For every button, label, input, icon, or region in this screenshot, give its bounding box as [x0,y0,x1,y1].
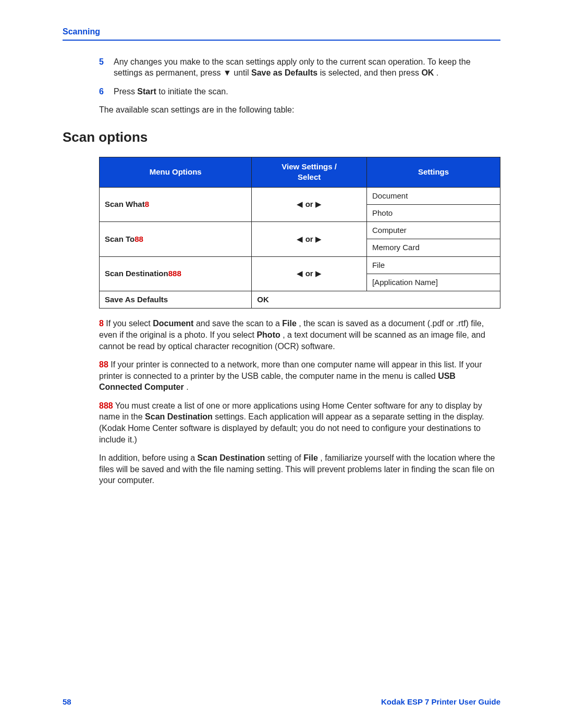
document-page: Scanning 5 Any changes you make to the s… [0,0,563,728]
cell-nav-arrows: ◀ or ▶ [252,222,367,257]
text: If your printer is connected to a networ… [99,360,482,380]
left-arrow-icon: ◀ [297,269,303,278]
right-arrow-icon: ▶ [315,235,322,243]
cell-nav-arrows: ◀ or ▶ [252,256,367,291]
or-label: or [305,200,315,208]
text-bold: Scan Destination [145,412,213,421]
text: Select [298,172,321,181]
footnote-marker-3: 888 [168,269,181,278]
footnote-marker-1: 8 [145,200,149,208]
text: is selected, and then press [320,68,422,77]
cell-ok: OK [252,291,500,309]
text: Press [114,87,137,96]
cell-setting: File [366,256,500,274]
text: . [436,68,438,77]
or-label: or [305,235,315,243]
left-arrow-icon: ◀ [297,200,303,208]
scan-what-label: Scan What [105,200,145,208]
table-row: Scan To88 ◀ or ▶ Computer [100,222,500,239]
cell-nav-arrows: ◀ or ▶ [252,187,367,222]
save-as-defaults-label: Save As Defaults [105,295,168,304]
down-arrow-icon: ▼ [223,68,231,77]
step-5-body: Any changes you make to the scan setting… [114,56,500,79]
text: until [234,68,251,77]
col-settings: Settings [366,157,500,188]
text: View Settings / [282,162,337,171]
section-header: Scanning [63,26,500,39]
step-number-5: 5 [99,56,114,79]
footnote-4: In addition, before using a Scan Destina… [63,452,500,486]
footnote-marker-3: 888 [99,401,113,410]
text: and save the scan to a [196,319,282,328]
scan-to-label: Scan To [105,235,134,243]
cell-setting: Computer [366,222,500,239]
intro-paragraph: The available scan settings are in the f… [63,104,500,116]
table-row: Scan Destination888 ◀ or ▶ File [100,256,500,274]
section-rule [63,40,500,41]
table-row: Save As Defaults OK [100,291,500,309]
footnote-marker-2: 88 [99,360,108,369]
table-row: Scan What8 ◀ or ▶ Document [100,187,500,204]
footnote-marker-1: 8 [99,319,104,328]
save-as-defaults-label: Save as Defaults [251,68,317,77]
footnote-2: 88 If your printer is connected to a net… [63,359,500,393]
cell-scan-to: Scan To88 [100,222,252,257]
page-footer: 58 Kodak ESP 7 Printer User Guide [63,697,500,707]
start-label: Start [137,87,156,96]
col-menu-options: Menu Options [100,157,252,188]
cell-setting: Photo [366,204,500,221]
footnote-3: 888 You must create a list of one or mor… [63,400,500,445]
text-bold: Scan Destination [198,453,265,462]
scan-options-heading: Scan options [63,128,500,146]
left-arrow-icon: ◀ [297,235,303,243]
step-6-body: Press Start to initiate the scan. [114,86,500,97]
ok-label: OK [257,295,269,304]
footnote-1: 8 If you select Document and save the sc… [63,318,500,352]
text: setting of [267,453,303,462]
col-view-settings: View Settings / Select [252,157,367,188]
scan-options-table: Menu Options View Settings / Select Sett… [99,157,500,309]
step-5: 5 Any changes you make to the scan setti… [63,56,500,79]
cell-setting: Memory Card [366,239,500,256]
cell-save-defaults: Save As Defaults [100,291,252,309]
text: to initiate the scan. [158,87,228,96]
cell-setting: [Application Name] [366,274,500,291]
text: In addition, before using a [99,453,198,462]
guide-title: Kodak ESP 7 Printer User Guide [381,697,500,707]
cell-scan-what: Scan What8 [100,187,252,222]
text: If you select [106,319,153,328]
text-bold: Photo [256,330,280,339]
footnote-marker-2: 88 [134,235,143,243]
text-bold: File [282,319,297,328]
scan-destination-label: Scan Destination [105,269,168,278]
step-number-6: 6 [99,86,114,97]
text-bold: Document [153,319,193,328]
or-label: or [305,269,315,278]
step-6: 6 Press Start to initiate the scan. [63,86,500,97]
table-header-row: Menu Options View Settings / Select Sett… [100,157,500,188]
text-bold: File [303,453,318,462]
right-arrow-icon: ▶ [315,269,322,278]
page-number: 58 [63,697,71,707]
right-arrow-icon: ▶ [315,200,322,208]
ok-label: OK [421,68,434,77]
cell-scan-destination: Scan Destination888 [100,256,252,291]
text: . [186,382,188,391]
cell-setting: Document [366,187,500,204]
